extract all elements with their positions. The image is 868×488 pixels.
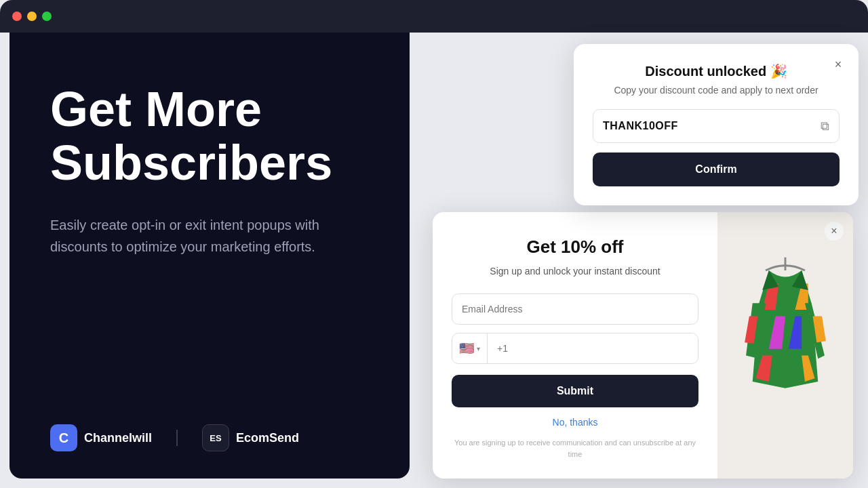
optin-image-area: × — [717, 212, 853, 479]
email-input[interactable] — [452, 293, 698, 325]
optin-description: Sign up and unlock your instant discount — [452, 264, 698, 279]
optin-popup: Get 10% off Sign up and unlock your inst… — [433, 212, 853, 479]
jacket-illustration — [731, 251, 840, 441]
discount-code-row: THANK10OFF ⧉ — [593, 109, 840, 143]
brand-channelwill: C Channelwill — [50, 424, 152, 451]
maximize-dot[interactable] — [42, 12, 52, 21]
right-area: × Discount unlocked 🎉 Copy your discount… — [419, 0, 868, 488]
phone-row: 🇺🇸 ▾ — [452, 333, 698, 364]
flag-selector[interactable]: 🇺🇸 ▾ — [452, 333, 488, 363]
ecomsend-label: EcomSend — [236, 431, 299, 445]
optin-title: Get 10% off — [452, 237, 698, 258]
close-dot[interactable] — [12, 12, 22, 21]
disclaimer-text: You are signing up to receive communicat… — [452, 437, 698, 460]
optin-popup-close[interactable]: × — [825, 222, 844, 241]
main-heading: Get More Subscribers — [50, 83, 376, 190]
discount-code-text: THANK10OFF — [603, 120, 821, 132]
ecomsend-icon: ES — [202, 424, 229, 451]
discount-popup-title: Discount unlocked 🎉 — [593, 63, 840, 79]
discount-popup: × Discount unlocked 🎉 Copy your discount… — [574, 44, 859, 205]
phone-input[interactable] — [488, 333, 698, 363]
submit-button[interactable]: Submit — [452, 375, 698, 407]
brand-divider — [176, 430, 178, 446]
minimize-dot[interactable] — [27, 12, 37, 21]
discount-popup-subtitle: Copy your discount code and apply to nex… — [593, 85, 840, 96]
flag-chevron-icon: ▾ — [477, 345, 480, 352]
copy-icon[interactable]: ⧉ — [821, 119, 829, 134]
channelwill-icon: C — [50, 424, 77, 451]
flag-emoji: 🇺🇸 — [459, 341, 474, 356]
channelwill-label: Channelwill — [84, 431, 152, 445]
optin-form-area: Get 10% off Sign up and unlock your inst… — [433, 212, 717, 479]
brand-ecomsend: ES EcomSend — [202, 424, 299, 451]
confirm-button[interactable]: Confirm — [593, 152, 840, 186]
sub-text: Easily create opt-in or exit intent popu… — [50, 214, 335, 258]
brand-logos: C Channelwill ES EcomSend — [50, 424, 376, 451]
left-panel: Get More Subscribers Easily create opt-i… — [9, 9, 410, 479]
no-thanks-link[interactable]: No, thanks — [452, 417, 698, 428]
discount-popup-close[interactable]: × — [829, 55, 848, 74]
